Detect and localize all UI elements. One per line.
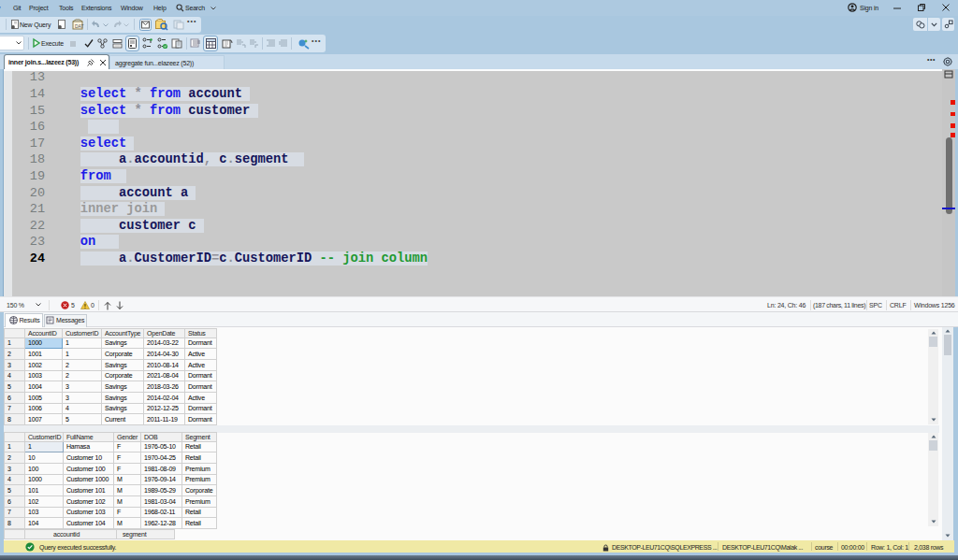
- svg-text:DAT: DAT: [75, 23, 84, 29]
